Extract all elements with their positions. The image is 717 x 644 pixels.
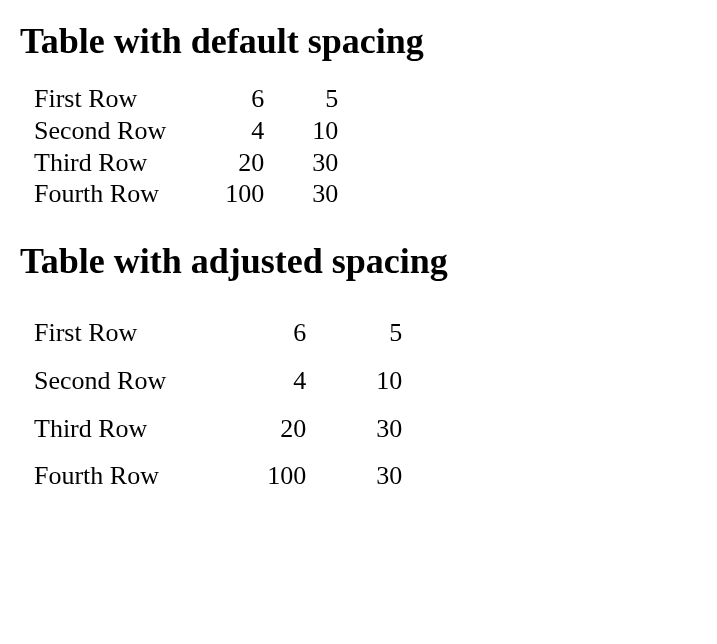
row-label: First Row (34, 309, 210, 357)
row-value-2: 10 (306, 357, 402, 405)
row-value-1: 100 (190, 178, 264, 210)
table-row: First Row 6 5 (34, 309, 402, 357)
row-label: Second Row (34, 115, 190, 147)
row-value-1: 4 (210, 357, 306, 405)
table-row: Second Row 4 10 (34, 357, 402, 405)
table-row: Fourth Row 100 30 (34, 452, 402, 500)
row-label: Second Row (34, 357, 210, 405)
row-value-1: 20 (190, 147, 264, 179)
row-value-2: 30 (264, 178, 338, 210)
table-adjusted-spacing: First Row 6 5 Second Row 4 10 Third Row … (34, 309, 402, 500)
row-label: Third Row (34, 147, 190, 179)
row-label: First Row (34, 83, 190, 115)
table-row: Fourth Row 100 30 (34, 178, 338, 210)
table-default-spacing: First Row 6 5 Second Row 4 10 Third Row … (34, 83, 338, 210)
row-label: Fourth Row (34, 178, 190, 210)
row-value-1: 100 (210, 452, 306, 500)
row-value-1: 6 (190, 83, 264, 115)
row-value-2: 30 (264, 147, 338, 179)
row-value-2: 5 (306, 309, 402, 357)
row-value-1: 4 (190, 115, 264, 147)
heading-adjusted-spacing: Table with adjusted spacing (20, 240, 697, 283)
table-row: Third Row 20 30 (34, 405, 402, 453)
heading-default-spacing: Table with default spacing (20, 20, 697, 63)
row-label: Fourth Row (34, 452, 210, 500)
row-value-2: 5 (264, 83, 338, 115)
row-value-2: 30 (306, 405, 402, 453)
row-value-2: 10 (264, 115, 338, 147)
row-value-2: 30 (306, 452, 402, 500)
row-label: Third Row (34, 405, 210, 453)
row-value-1: 20 (210, 405, 306, 453)
table-row: Second Row 4 10 (34, 115, 338, 147)
row-value-1: 6 (210, 309, 306, 357)
table-row: First Row 6 5 (34, 83, 338, 115)
table-row: Third Row 20 30 (34, 147, 338, 179)
